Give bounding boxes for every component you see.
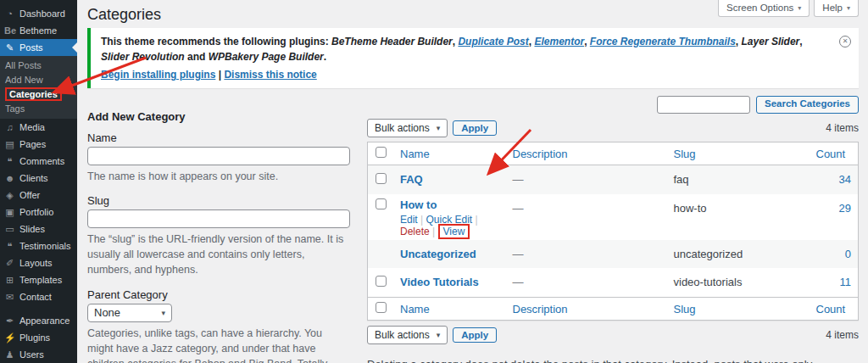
submenu-item-categories[interactable]: Categories bbox=[0, 87, 77, 101]
name-help-text: The name is how it appears on your site. bbox=[87, 169, 350, 184]
category-slug: faq bbox=[667, 165, 810, 195]
category-count-link[interactable]: 34 bbox=[839, 173, 851, 186]
view-link[interactable]: View bbox=[443, 226, 465, 237]
row-checkbox[interactable] bbox=[376, 198, 387, 209]
column-header-count[interactable]: Count bbox=[810, 298, 859, 321]
sidebar-item-pages[interactable]: ▤ Pages bbox=[0, 136, 77, 153]
pencil-icon: ✐ bbox=[4, 258, 15, 269]
sidebar-item-layouts[interactable]: ✐ Layouts bbox=[0, 254, 77, 271]
main-content: Screen Options ▾ Help ▾ Categories This … bbox=[77, 0, 868, 363]
column-header-count[interactable]: Count bbox=[810, 142, 859, 165]
pages-icon: ▤ bbox=[4, 139, 15, 150]
sidebar-item-comments[interactable]: ❝ Comments bbox=[0, 153, 77, 170]
sidebar-item-dashboard[interactable]: ◔ Dashboard bbox=[0, 5, 77, 22]
search-input[interactable] bbox=[657, 96, 750, 114]
selected-option: Bulk actions bbox=[375, 329, 430, 341]
table-row: Video Tutorials — video-tutorials 11 bbox=[368, 268, 859, 298]
column-header-description[interactable]: Description bbox=[506, 298, 667, 321]
submenu-label: Tags bbox=[5, 103, 25, 114]
column-header-name[interactable]: Name bbox=[393, 142, 506, 165]
submenu-item-all-posts[interactable]: All Posts bbox=[0, 58, 77, 72]
category-count-link[interactable]: 29 bbox=[839, 202, 851, 215]
select-all-checkbox[interactable] bbox=[376, 302, 387, 313]
bulk-actions-select[interactable]: Bulk actions ▾ bbox=[367, 326, 448, 344]
sidebar-item-posts[interactable]: ✎ Posts bbox=[0, 39, 77, 56]
sidebar-item-plugins[interactable]: ⚡ Plugins bbox=[0, 329, 77, 346]
grid-icon: ⊞ bbox=[4, 275, 15, 286]
users-icon: ♟ bbox=[4, 349, 15, 360]
sidebar-item-media[interactable]: ♫ Media bbox=[0, 119, 77, 136]
search-categories-button[interactable]: Search Categories bbox=[756, 96, 859, 114]
row-checkbox[interactable] bbox=[376, 276, 387, 287]
selected-option: Bulk actions bbox=[375, 122, 430, 134]
sidebar-item-testimonials[interactable]: ❝ Testimonials bbox=[0, 237, 77, 254]
parent-category-select[interactable]: None ▾ bbox=[87, 304, 172, 322]
category-count-link[interactable]: 11 bbox=[840, 276, 852, 288]
top-toolbar: Bulk actions ▾ Apply 4 items bbox=[367, 119, 859, 137]
category-slug: uncategorized bbox=[667, 240, 810, 268]
column-header-slug[interactable]: Slug bbox=[667, 142, 810, 165]
sidebar-item-templates[interactable]: ⊞ Templates bbox=[0, 271, 77, 288]
delete-link[interactable]: Delete bbox=[400, 226, 430, 237]
edit-link[interactable]: Edit bbox=[400, 214, 418, 226]
sidebar-item-label: Users bbox=[19, 349, 44, 360]
submenu-label: All Posts bbox=[5, 60, 42, 70]
plugin-name: Slider Revolution bbox=[101, 51, 185, 63]
apply-button[interactable]: Apply bbox=[453, 120, 497, 136]
row-checkbox[interactable] bbox=[376, 173, 387, 184]
dismiss-notice-icon[interactable]: ✕ bbox=[839, 36, 851, 47]
plugin-link[interactable]: Force Regenerate Thumbnails bbox=[590, 36, 736, 47]
help-button[interactable]: Help ▾ bbox=[814, 0, 859, 17]
chevron-down-icon: ▾ bbox=[437, 331, 441, 339]
column-header-description[interactable]: Description bbox=[506, 142, 667, 165]
name-field[interactable] bbox=[87, 147, 350, 165]
category-name-link[interactable]: FAQ bbox=[400, 173, 423, 186]
sidebar-item-offer[interactable]: ◈ Offer bbox=[0, 187, 77, 204]
screen-options-button[interactable]: Screen Options ▾ bbox=[718, 0, 810, 17]
slug-field[interactable] bbox=[87, 209, 350, 228]
tag-icon: ◈ bbox=[4, 190, 15, 201]
table-row: Uncategorized — uncategorized 0 bbox=[368, 240, 859, 268]
sidebar-item-label: Comments bbox=[19, 156, 64, 166]
form-heading: Add New Category bbox=[87, 110, 350, 123]
sidebar-item-label: Templates bbox=[19, 275, 62, 285]
category-name-link[interactable]: Video Tutorials bbox=[400, 276, 479, 288]
sidebar-item-users[interactable]: ♟ Users bbox=[0, 346, 77, 363]
sidebar-item-label: Dashboard bbox=[19, 8, 65, 19]
sidebar-item-slides[interactable]: ▭ Slides bbox=[0, 221, 77, 237]
sidebar-item-betheme[interactable]: Be Betheme bbox=[0, 22, 77, 39]
submenu-label: Categories bbox=[9, 89, 58, 99]
plugin-name: WPBakery Page Builder bbox=[209, 51, 324, 63]
name-label: Name bbox=[87, 131, 350, 144]
plugin-link[interactable]: Elementor bbox=[534, 36, 584, 47]
plugin-link[interactable]: Duplicate Post bbox=[458, 36, 528, 47]
sidebar-item-label: Testimonials bbox=[19, 241, 71, 251]
sidebar-item-appearance[interactable]: ✒ Appearance bbox=[0, 312, 77, 329]
begin-installing-plugins-link[interactable]: Begin installing plugins bbox=[101, 69, 215, 81]
apply-button[interactable]: Apply bbox=[453, 327, 497, 343]
submenu-item-add-new[interactable]: Add New bbox=[0, 72, 77, 87]
select-all-checkbox[interactable] bbox=[376, 147, 387, 158]
row-actions: Edit | Quick Edit | Delete | View bbox=[400, 214, 499, 237]
submenu-item-tags[interactable]: Tags bbox=[0, 101, 77, 115]
category-description: — bbox=[506, 240, 667, 268]
column-header-slug[interactable]: Slug bbox=[667, 298, 810, 321]
sidebar-item-clients[interactable]: ☻ Clients bbox=[0, 170, 77, 187]
annotation-box-categories: Categories bbox=[5, 87, 62, 101]
category-count-link[interactable]: 0 bbox=[845, 248, 851, 260]
category-name-link[interactable]: Uncategorized bbox=[400, 248, 476, 260]
dismiss-this-notice-link[interactable]: Dismiss this notice bbox=[224, 69, 316, 81]
sidebar-item-portfolio[interactable]: ▣ Portfolio bbox=[0, 204, 77, 221]
dashboard-icon: ◔ bbox=[4, 8, 15, 19]
bulk-actions-select[interactable]: Bulk actions ▾ bbox=[367, 119, 448, 137]
chevron-down-icon: ▾ bbox=[161, 309, 165, 317]
category-slug: video-tutorials bbox=[667, 268, 810, 298]
chevron-down-icon: ▾ bbox=[847, 4, 850, 12]
sidebar-item-label: Posts bbox=[19, 42, 43, 53]
category-name-link[interactable]: How to bbox=[400, 198, 437, 211]
sidebar-item-contact[interactable]: ✉ Contact bbox=[0, 288, 77, 305]
divider: | bbox=[219, 69, 221, 81]
column-header-name[interactable]: Name bbox=[393, 298, 506, 321]
separator: . bbox=[324, 51, 326, 63]
submenu-label: Add New bbox=[5, 75, 43, 85]
